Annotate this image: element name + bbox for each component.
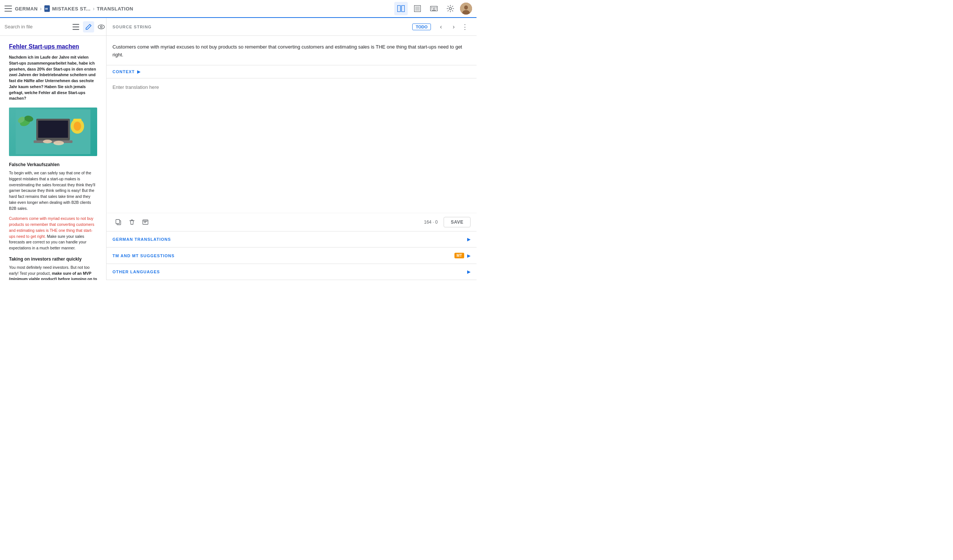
tm-mt-expand-icon: ▶ [467,253,470,258]
history-button[interactable] [140,216,151,228]
breadcrumb-sep2: › [93,6,95,12]
breadcrumb-doc[interactable]: W MISTAKES ST... [44,5,90,12]
doc-title: Fehler Start-ups machen [9,43,97,50]
word-doc-icon: W [44,5,50,12]
svg-point-30 [53,141,64,145]
todo-badge: TODO [412,23,431,30]
main-layout: Fehler Start-ups machen Nachdem ich im L… [0,18,476,280]
source-header: SOURCE STRING TODO ‹ › ⋮ [107,18,476,36]
breadcrumb-doc-name: MISTAKES ST... [52,6,90,12]
svg-rect-12 [433,9,435,9]
svg-rect-10 [436,7,436,8]
left-panel: Fehler Start-ups machen Nachdem ich im L… [0,18,107,280]
svg-rect-8 [433,7,433,8]
german-translations-label: GERMAN TRANSLATIONS [112,237,467,241]
section2-body: To begin with, we can safely say that on… [9,170,97,211]
more-options-button[interactable]: ⋮ [459,21,470,32]
svg-rect-5 [415,6,420,11]
avatar[interactable] [460,3,472,15]
svg-rect-36 [73,119,81,121]
svg-rect-28 [34,140,73,143]
translation-area: 164 · 0 SAVE [107,78,476,232]
nav-right [394,2,472,15]
preview-button[interactable] [96,21,107,32]
svg-point-29 [43,140,52,143]
doc-section3: Taking on investors rather quickly You m… [9,257,97,280]
hamburger-icon[interactable] [5,6,12,12]
svg-rect-27 [38,121,68,138]
doc-image [9,108,97,156]
breadcrumb: GERMAN › W MISTAKES ST... › TRANSLATION [15,5,391,12]
source-string-label: SOURCE STRING [112,25,412,29]
context-expand-icon: ▶ [137,69,141,74]
source-text: Customers come with myriad excuses to no… [112,43,470,59]
breadcrumb-german[interactable]: GERMAN [15,6,38,12]
document-content: Fehler Start-ups machen Nachdem ich im L… [0,36,106,280]
svg-point-23 [101,26,102,28]
svg-rect-13 [436,9,436,9]
svg-rect-20 [73,26,79,27]
section2-title: Falsche Verkaufszahlen [9,162,97,167]
svg-rect-9 [434,7,435,8]
breadcrumb-sep1: › [40,6,42,12]
svg-rect-21 [73,29,79,29]
save-button[interactable]: SAVE [444,217,470,227]
other-languages-label: OTHER LANGUAGES [112,269,467,274]
prev-string-button[interactable]: ‹ [435,21,447,32]
other-languages-section[interactable]: OTHER LANGUAGES ▶ [107,264,476,280]
next-string-button[interactable]: › [448,21,459,32]
document-scroll[interactable]: Fehler Start-ups machen Nachdem ich im L… [0,36,106,280]
svg-rect-14 [432,10,436,11]
clear-translation-button[interactable] [126,216,138,228]
layout-single-button[interactable] [411,2,424,15]
context-row[interactable]: CONTEXT ▶ [107,65,476,78]
search-input[interactable] [5,24,67,29]
right-panel: SOURCE STRING TODO ‹ › ⋮ Customers come … [107,18,476,280]
translation-input[interactable] [107,78,476,213]
german-translations-expand-icon: ▶ [467,237,470,242]
section3-body1-para: You most definitely need investors. But … [9,265,97,280]
nav-arrows: ‹ › [435,21,459,32]
svg-point-17 [464,6,468,10]
other-languages-expand-icon: ▶ [467,269,470,274]
keyboard-button[interactable] [427,2,441,15]
search-bar [0,18,106,36]
edit-mode-button[interactable] [83,21,94,32]
tm-mt-section[interactable]: TM AND MT SUGGESTIONS MT ▶ [107,248,476,264]
settings-button[interactable] [444,2,457,15]
breadcrumb-translation[interactable]: TRANSLATION [97,6,133,12]
layout-split-button[interactable] [394,2,408,15]
mt-badge: MT [455,253,464,258]
copy-source-button[interactable] [112,216,124,228]
german-translations-section[interactable]: GERMAN TRANSLATIONS ▶ [107,232,476,248]
tm-mt-label: TM AND MT SUGGESTIONS [112,254,452,258]
svg-rect-7 [431,7,432,8]
svg-rect-38 [116,220,120,224]
doc-intro: Nachdem ich im Laufe der Jahre mit viele… [9,54,97,102]
list-view-button[interactable] [70,21,81,32]
translation-toolbar: 164 · 0 SAVE [107,213,476,231]
svg-rect-39 [143,220,148,224]
source-text-area: Customers come with myriad excuses to no… [107,36,476,65]
section3-title: Taking on investors rather quickly [9,257,97,262]
svg-point-35 [74,122,81,131]
svg-text:W: W [45,7,48,11]
doc-section2: Falsche Verkaufszahlen To begin with, we… [9,162,97,251]
svg-rect-19 [73,24,79,25]
svg-rect-3 [402,6,405,12]
char-count: 164 · 0 [424,220,438,225]
context-label: CONTEXT [112,70,135,74]
svg-point-22 [98,25,105,29]
svg-rect-11 [431,9,432,9]
svg-point-15 [449,8,452,10]
section2-highlight-para: Customers come with myriad excuses to no… [9,216,97,251]
svg-rect-2 [397,6,400,12]
top-nav: GERMAN › W MISTAKES ST... › TRANSLATION [0,0,476,18]
